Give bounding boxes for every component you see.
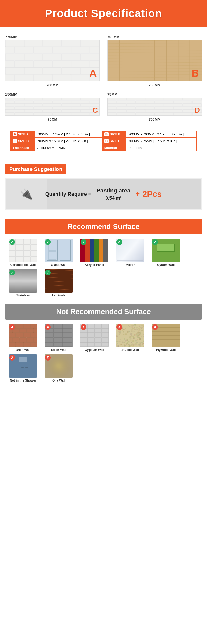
spec-a-bottom-label: 700MM [5,83,100,87]
spec-d-letter: D [195,106,200,114]
specs-section: 770MM A 700MM 700MM B 700MM 150MM C 70CM [0,27,207,159]
no-badge: ✗ [45,355,51,361]
spec-item-d: 75MM D 700MM [107,92,202,121]
surface-label: Oily Wall [52,379,65,382]
spec-b-bottom-label: 700MM [107,83,202,87]
surface-item: ✗Oily Wall [42,354,76,382]
surface-label: Stainless [16,294,30,297]
ok-badge: ✓ [116,239,122,245]
no-badge: ✗ [9,355,15,361]
surface-item: ✗Stucco Wall [113,324,147,352]
surface-item: ✗Gypsum Wall [78,324,111,352]
spec-a-top-label: 770MM [5,35,17,39]
size-c2-value: 700MM x 75MM [ 27.5 in. x 3 in.] [126,138,197,144]
spec-item-a: 770MM A 700MM [5,35,100,87]
size-c1-label: CSIZE C [11,138,35,144]
spec-item-c: 150MM C 70CM [5,92,100,121]
surface-label: Stron Wall [51,348,66,352]
ok-badge: ✓ [152,239,158,245]
surface-thumb: ✓ [80,239,109,262]
recommend-grid: ✓Ceramic Tile Wall✓Glass Wall✓Acrylic Pa… [5,239,202,297]
not-recommend-grid: ✗Brick Wall✗Stron Wall✗Gypsum Wall✗Stucc… [5,324,202,382]
surface-thumb: ✓ [152,239,180,262]
ok-badge: ✓ [9,239,15,245]
no-badge: ✗ [152,324,158,330]
no-badge: ✗ [9,324,15,330]
size-row-2: CSIZE C 700MM x 150MM [ 27.5 in. x 6 in.… [11,138,197,144]
surface-label: Brick Wall [16,348,31,352]
spec-b-top-label: 700MM [107,35,120,39]
surface-thumb: ✗ [9,324,37,347]
spec-b-letter: B [191,67,199,79]
surface-thumb: ✓ [9,239,37,262]
spec-d-bottom-label: 700MM [107,117,202,121]
surface-item: ✗Plywood Wall [149,324,183,352]
letter-box-b: B [104,132,109,136]
size-row-3: Thickness About 5MM ~ 7MM Material PET F… [11,144,197,151]
page-header: Product Specification [0,0,207,27]
formula-fraction: Pasting area 0.54 m² [94,187,133,201]
surface-label: Acrylic Panel [85,263,104,267]
size-b-value: 700MM x 700MM [ 27.5 in. x 27.5 in.] [126,131,197,138]
size-row-1: ASIZE A 700MM x 770MM [ 27.5 in. x 30 in… [11,131,197,138]
surface-item: ✗Stron Wall [42,324,76,352]
surface-label: Stucco Wall [121,348,139,352]
spec-c-image: C [5,98,100,116]
purchase-banner: Purchase Suggestion [5,164,66,174]
recommend-banner: Recommend Surface [5,219,202,234]
surface-thumb: ✗ [116,324,144,347]
no-badge: ✗ [81,324,86,330]
not-recommend-section: Not Recommended Surface ✗Brick Wall✗Stro… [0,300,207,385]
surface-item: ✓Glass Wall [42,239,76,267]
spec-a-letter: A [89,67,97,79]
material-label: Material [102,144,126,151]
surface-item: ✓Mirror [113,239,147,267]
spec-d-image: D [107,98,202,116]
formula-plus: + [136,190,140,198]
spec-b-image: B [107,40,202,81]
surface-thumb: ✓ [45,269,73,293]
purchase-formula: Quantity Require = Pasting area 0.54 m² … [45,187,162,201]
spec-a-image: A [5,40,100,81]
spec-c-top-label: 150MM [5,92,17,96]
formula-numerator: Pasting area [94,187,133,195]
spec-c-bottom-label: 70CM [5,117,100,121]
surface-label: Not in the Shower [10,379,36,382]
ok-badge: ✓ [45,270,51,275]
size-c1-value: 700MM x 150MM [ 27.5 in. x 6 in.] [35,138,102,144]
no-badge: ✗ [116,324,122,330]
letter-box-a: A [13,132,17,136]
size-table-section: ASIZE A 700MM x 770MM [ 27.5 in. x 30 in… [5,126,202,156]
surface-thumb: ✗ [9,354,37,378]
ok-badge: ✓ [45,239,51,245]
surface-thumb: ✓ [45,239,73,262]
surface-item: ✓Ceramic Tile Wall [6,239,40,267]
spec-images-grid: 770MM A 700MM 700MM B 700MM 150MM C 70CM [5,35,202,121]
size-b-label: BSIZE B [102,131,126,138]
surface-thumb: ✗ [80,324,109,347]
surface-label: Ceramic Tile Wall [10,263,36,267]
surface-thumb: ✗ [45,324,73,347]
thickness-value: About 5MM ~ 7MM [35,144,102,151]
surface-label: Mirror [126,263,135,267]
page-title: Product Specification [3,7,204,20]
material-value: PET Foam [126,144,197,151]
no-badge: ✗ [45,324,51,330]
formula-result: 2Pcs [142,189,162,199]
spec-c-letter: C [93,106,98,114]
size-a-label: ASIZE A [11,131,35,138]
surface-thumb: ✓ [116,239,144,262]
ok-badge: ✓ [9,270,15,275]
surface-label: Plywood Wall [156,348,176,352]
letter-box-c2: C [104,139,109,143]
not-recommend-banner: Not Recommended Surface [5,304,202,320]
recommend-section: Recommend Surface ✓Ceramic Tile Wall✓Gla… [0,215,207,300]
purchase-bg-outlet-icon: 🔌 [6,179,47,209]
surface-label: Laminate [52,294,66,297]
surface-thumb: ✗ [152,324,180,347]
surface-thumb: ✓ [9,269,37,293]
spec-item-b: 700MM B 700MM [107,35,202,87]
thickness-label: Thickness [11,144,35,151]
purchase-formula-area: 🔌 Quantity Require = Pasting area 0.54 m… [5,178,202,210]
purchase-section: Purchase Suggestion 🔌 Quantity Require =… [0,159,207,215]
